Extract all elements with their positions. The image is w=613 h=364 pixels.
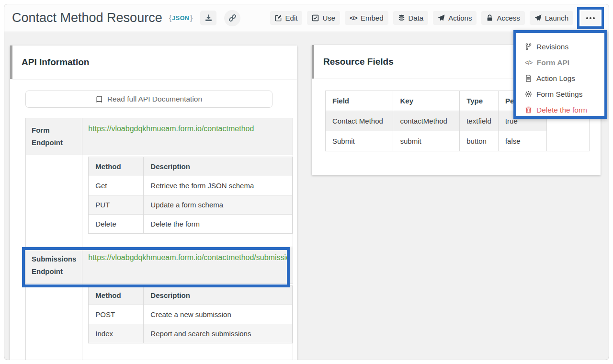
table-row: PUT Update a form schema [89,195,293,215]
table-row: Index Report and search submissions [89,324,293,343]
menu-item-form-api[interactable]: </> Form API [525,55,604,70]
field-column-header: Field [326,91,393,111]
form-methods-table: Method Description Get Retrieve the form… [88,157,293,234]
highlight-box-more-button [577,7,604,29]
json-badge-close-brace: } [190,13,193,23]
trash-icon [525,106,532,114]
gear-icon [525,91,532,98]
submissions-endpoint-label: Submissions Endpoint [26,247,82,284]
form-endpoint-label: Form Endpoint [26,118,82,155]
method-column-header: Method [89,157,144,176]
more-menu: Revisions </> Form API Action Logs Form … [513,30,607,119]
embed-button[interactable]: </>Embed [345,11,388,25]
access-button[interactable]: Access [481,11,524,25]
table-row: Submit submit button false [326,131,590,151]
api-information-panel: API Information Read full API Documentat… [10,46,297,360]
menu-item-form-settings[interactable]: Form Settings [525,86,604,102]
json-badge-label: JSON [171,15,190,22]
form-methods-row: Method Description Get Retrieve the form… [26,155,293,247]
download-icon [204,14,213,22]
code-icon: </> [350,15,357,22]
app-window: Contact Method Resource {JSON} Edit Use … [4,4,609,360]
menu-item-action-logs[interactable]: Action Logs [525,70,604,86]
type-column-header: Type [460,91,499,111]
download-json-button[interactable] [200,11,216,25]
page-title: Contact Method Resource [12,11,162,25]
menu-item-delete-form[interactable]: Delete the form [525,102,604,118]
launch-icon [534,14,542,22]
link-icon [228,14,237,22]
content-area: API Information Read full API Documentat… [4,33,609,360]
submission-methods-row: Method Description POST Create a new sub… [26,284,293,361]
use-button[interactable]: Use [307,11,340,25]
method-column-header: Method [89,286,144,305]
read-api-docs-button[interactable]: Read full API Documentation [25,91,272,108]
api-panel-title: API Information [22,57,89,68]
key-column-header: Key [393,91,460,111]
table-row: Delete Delete the form [89,215,293,234]
edit-button[interactable]: Edit [270,11,303,25]
actions-button[interactable]: Actions [433,11,477,25]
fields-panel-title: Resource Fields [323,57,394,67]
code-icon: </> [525,59,533,66]
submission-methods-table: Method Description POST Create a new sub… [88,285,293,343]
data-button[interactable]: Data [393,11,429,25]
more-actions-button[interactable] [581,11,600,25]
edit-icon [275,14,282,22]
table-row: POST Create a new submission [89,305,293,324]
page-header: Contact Method Resource {JSON} Edit Use … [4,4,609,32]
submissions-endpoint-row: Submissions Endpoint https://vloabgdqkhm… [26,247,293,284]
menu-item-revisions[interactable]: Revisions [525,39,604,55]
paper-plane-icon [438,14,445,22]
file-icon [525,75,532,82]
description-column-header: Description [144,286,293,305]
database-icon [398,14,405,22]
form-endpoint-link[interactable]: https://vloabgdqkhmueam.form.io/contactm… [88,125,254,133]
form-toolbar: Edit Use </>Embed Data Actions Access La… [270,11,573,25]
ellipsis-icon [586,17,588,19]
submissions-endpoint-link[interactable]: https://vloabgdqkhmueam.form.io/contactm… [88,253,287,262]
api-panel-header: API Information [10,46,297,80]
lock-icon [486,14,493,22]
endpoints-table: Form Endpoint https://vloabgdqkhmueam.fo… [25,118,293,360]
json-badge: {JSON} [169,13,193,23]
form-endpoint-row: Form Endpoint https://vloabgdqkhmueam.fo… [26,118,293,155]
description-column-header: Description [144,157,293,176]
copy-link-button[interactable] [224,10,240,26]
table-row: Get Retrieve the form JSON schema [89,176,293,195]
book-icon [96,96,103,103]
check-square-icon [312,14,319,22]
branch-icon [525,43,532,50]
launch-button[interactable]: Launch [530,11,573,25]
